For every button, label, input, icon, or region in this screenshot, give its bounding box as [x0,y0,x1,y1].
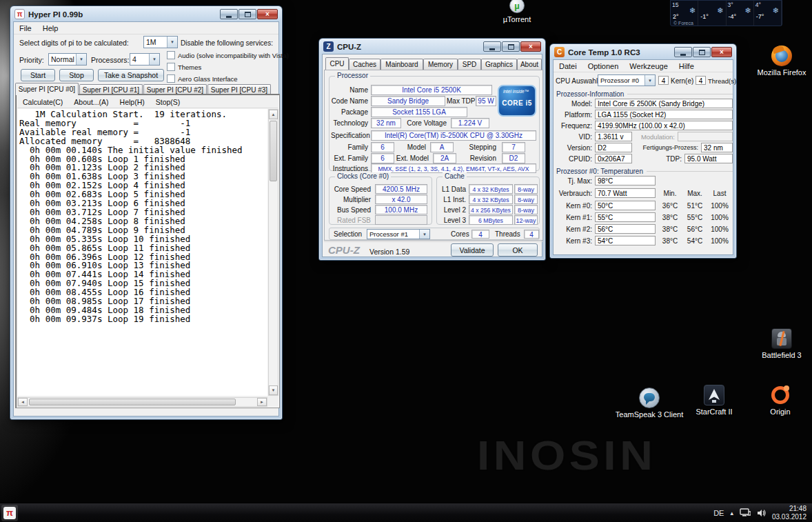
scroll-up-button[interactable]: ▲ [269,110,278,119]
battlefield3-icon [771,328,792,349]
snapshot-button[interactable]: Take a Snapshot [98,69,164,81]
menu-hilfe[interactable]: Hilfe [673,61,700,71]
desktop-icon-starcraft2[interactable]: StarCraft II [689,385,739,416]
origin-icon [770,385,791,405]
level2-way: 8-way [514,205,538,214]
tab-spd[interactable]: SPD [458,59,481,70]
maximize-button[interactable] [502,41,520,52]
footer-divider [324,241,543,242]
core3-label: Kern #3: [554,237,592,245]
start-button[interactable]: Start [21,69,55,81]
speaker-icon[interactable] [757,509,766,517]
cores-label: Cores [451,230,469,238]
tab-memory[interactable]: Memory [423,59,458,70]
vertical-scrollbar[interactable]: ▲ ▼ [268,109,278,396]
menu-optionen[interactable]: Optionen [582,61,625,71]
weather-low: -4° [729,13,737,20]
chevron-down-icon: ▼ [419,230,429,239]
tab-caches[interactable]: Caches [349,59,380,70]
minimize-button[interactable] [674,47,692,57]
validate-button[interactable]: Validate [451,243,494,257]
scrollbar-thumb[interactable] [29,399,236,405]
selection-strip: Selection Processor #1 ▼ Cores 4 Threads… [329,228,540,240]
coretemp-titlebar[interactable]: C Core Temp 1.0 RC3 × [551,45,735,59]
desktop-icon-battlefield3[interactable]: Battlefield 3 [757,328,806,359]
aero-service-checkbox[interactable] [167,74,175,83]
snowflake-icon: ❄ [689,6,696,15]
tab-about[interactable]: About [517,59,542,70]
core-voltage-value: 1.224 V [451,118,489,128]
menu-file[interactable]: File [14,23,37,33]
cpu-select[interactable]: Prozessor #0 ▼ [598,74,656,86]
level3-label: Level 3 [438,217,466,224]
scroll-down-button[interactable]: ▼ [269,385,278,395]
weather-gadget[interactable]: 15 ❄ 2° ❄ -1° 3° ❄ -4° 4° ❄ -7° © Foreca [670,0,782,26]
close-button[interactable]: × [520,41,541,52]
scroll-left-button[interactable]: ◄ [18,398,28,406]
rated-fsb-value [375,215,427,225]
close-button[interactable]: × [711,47,732,57]
processor-select[interactable]: Processor #1 ▼ [367,229,430,239]
badge-core-i5: CORE i5 [499,99,535,107]
core2-label: Kern #2: [554,225,592,233]
selection-label: Selection [334,230,362,238]
hyperpi-titlebar[interactable]: π Hyper PI 0.99b × [11,7,281,21]
tab-graphics[interactable]: Graphics [481,59,517,70]
horizontal-scrollbar[interactable]: ◄ ► [17,397,267,407]
maximize-button[interactable] [693,47,711,57]
level3-value: 6 MBytes [469,215,513,225]
priority-select[interactable]: Normal ▼ [48,53,87,66]
menu-help[interactable]: Help [37,23,64,33]
themes-service-checkbox[interactable] [167,63,175,71]
hyperpi-taskbar-icon: π [3,507,16,519]
close-button[interactable]: × [257,9,278,19]
processor-group: Processor Name Intel Core i5 2500K intel… [329,76,540,171]
taskbar-hyperpi-button[interactable]: π [1,505,18,521]
tray-expand-icon[interactable]: ▴ [730,510,733,516]
network-icon[interactable] [740,508,751,517]
menu-help-inner[interactable]: Help(H) [114,97,150,107]
language-indicator[interactable]: DE [713,509,724,517]
version-label: Version: [554,144,592,152]
digits-select[interactable]: 1M ▼ [143,36,178,48]
desktop-icon-teamspeak[interactable]: TeamSpeak 3 Client [623,388,676,419]
icon-label: TeamSpeak 3 Client [616,410,683,419]
menu-datei[interactable]: Datei [554,61,582,71]
maximize-button[interactable] [238,9,256,19]
ok-button[interactable]: OK [498,243,538,257]
version-value: D2 [595,143,632,152]
multiplier-label: Multiplier [331,196,371,203]
tab-mainboard[interactable]: Mainboard [380,59,423,70]
ext-model-label: Ext. Model [396,154,429,162]
scrollbar-thumb[interactable] [270,121,277,181]
scroll-right-button[interactable]: ► [257,398,267,406]
stop-button[interactable]: Stop [59,69,94,81]
menu-werkzeuge[interactable]: Werkzeuge [624,61,673,71]
calculation-log[interactable]: 1M Calculation Start. 19 iterations. Rea… [18,109,267,396]
minimize-button[interactable] [220,9,238,19]
aero-service-label: Aero Glass Interface [178,75,238,83]
taskbar-clock[interactable]: 21:48 03.03.2012 [772,505,806,521]
processors-select[interactable]: 4 ▼ [130,53,160,66]
snowflake-icon: ❄ [717,6,723,15]
desktop-icon-firefox[interactable]: Mozilla Firefox [757,46,806,77]
cpuz-titlebar[interactable]: Z CPU-Z × [320,39,545,54]
processors-label: Processors: [91,56,129,64]
menu-about[interactable]: About...(A) [68,97,114,107]
modulation-value [678,132,733,141]
tab-cpu[interactable]: CPU [325,57,349,70]
minimize-button[interactable] [483,41,501,52]
tab-cpu0[interactable]: Super PI [CPU #0] [15,83,79,95]
audio-service-checkbox[interactable] [167,51,175,59]
tdp-value: 95.0 Watt [684,154,733,163]
cpuz-app-icon: Z [323,41,334,52]
clocks-group: Clocks (Core #0) Core Speed 4200.5 MHz M… [329,177,432,225]
cpuz-window: Z CPU-Z × CPU Caches Mainboard Memory SP… [318,38,546,261]
desktop-icon-origin[interactable]: Origin [755,385,805,416]
menu-stop[interactable]: Stop(S) [150,97,186,107]
menu-calculate[interactable]: Calculate(C) [17,97,68,107]
temperatures-header: Prozessor #0: Temperaturen [556,168,733,175]
desktop-icon-utorrent[interactable]: µ µTorrent [492,0,542,23]
model-label: Model: [554,100,592,108]
core0-label: Kern #0: [554,202,592,210]
